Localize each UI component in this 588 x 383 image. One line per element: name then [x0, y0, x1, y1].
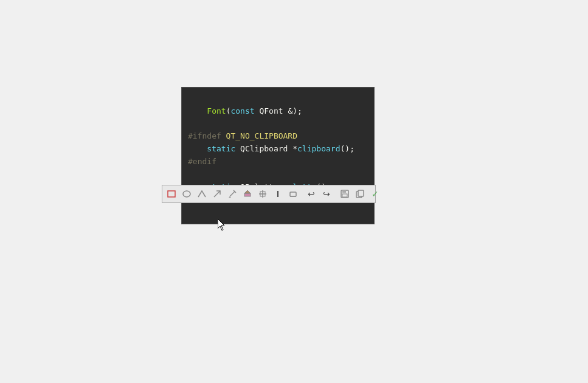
save-button[interactable]: [337, 187, 352, 201]
ellipse-tool[interactable]: [179, 187, 194, 201]
pen-tool[interactable]: [225, 187, 240, 201]
annotation-toolbar: I ↩ ↪ ✓: [162, 185, 376, 203]
code-token: [188, 144, 207, 153]
code-token: static: [207, 144, 235, 153]
svg-rect-14: [342, 190, 346, 193]
svg-rect-15: [342, 194, 347, 197]
svg-rect-17: [358, 190, 364, 196]
rectangle-tool[interactable]: [164, 187, 179, 201]
crosshair-tool[interactable]: [255, 187, 270, 201]
confirm-button[interactable]: ✓: [368, 187, 382, 201]
arrow-tool[interactable]: [210, 187, 224, 201]
code-token: QFont &);: [255, 106, 302, 116]
svg-rect-11: [290, 192, 296, 196]
text-tool[interactable]: I: [271, 187, 285, 201]
copy-button[interactable]: [353, 187, 367, 201]
code-token: clipboard: [297, 144, 340, 153]
code-token: const: [230, 106, 254, 116]
code-token: #ifndef: [188, 131, 221, 140]
code-token: QClipboard *: [235, 144, 297, 153]
svg-line-2: [214, 191, 220, 197]
svg-point-1: [183, 191, 190, 197]
svg-rect-6: [244, 193, 251, 196]
code-token: ();: [340, 144, 354, 153]
highlight-tool[interactable]: [240, 187, 255, 201]
code-token: #endif: [188, 157, 216, 166]
svg-marker-4: [229, 196, 231, 198]
code-token: Font: [207, 106, 226, 116]
code-panel: Font(const QFont &); #ifndef QT_NO_CLIPB…: [181, 87, 375, 224]
svg-rect-0: [168, 191, 175, 197]
code-token: QT_NO_CLIPBOARD: [221, 131, 297, 140]
eraser-tool[interactable]: [286, 187, 300, 201]
code-content: Font(const QFont &); #ifndef QT_NO_CLIPB…: [182, 88, 374, 224]
redo-button[interactable]: ↪: [319, 187, 334, 201]
svg-line-3: [230, 191, 235, 196]
polyline-tool[interactable]: [195, 187, 209, 201]
svg-marker-7: [244, 190, 251, 193]
undo-button[interactable]: ↩: [304, 187, 319, 201]
